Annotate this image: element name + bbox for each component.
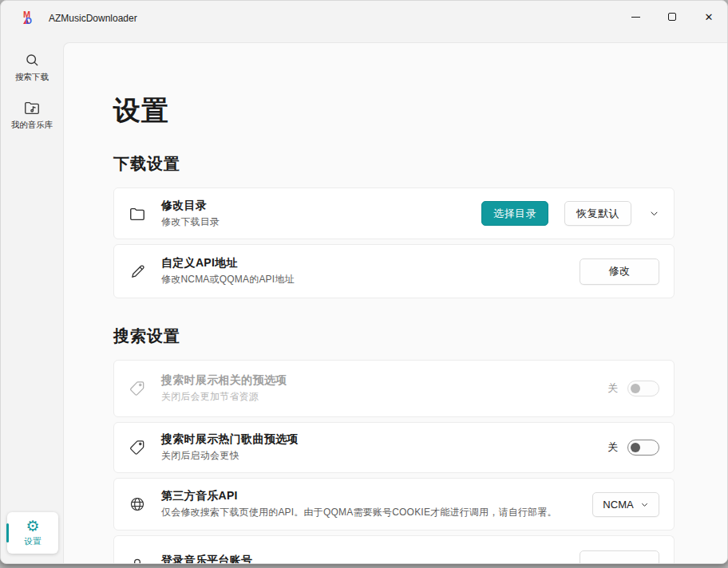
active-nav-indicator [6, 523, 9, 542]
maximize-icon [668, 13, 676, 21]
card-text: 修改目录 修改下载目录 [161, 199, 481, 229]
card-text: 第三方音乐API 仅会修改搜索下载页使用的API。由于QQMA需要账号COOKI… [161, 489, 592, 519]
card-text: 搜索时展示相关的预选项 关闭后会更加节省资源 [161, 373, 607, 404]
card-login-account: 登录音乐平台账号 [113, 535, 675, 563]
card-subtitle: 关闭后启动会更快 [161, 449, 607, 463]
chevron-down-icon [640, 500, 649, 509]
toggle-state-label: 关 [607, 440, 618, 455]
person-icon [128, 557, 147, 563]
card-title: 第三方音乐API [161, 489, 592, 503]
folder-icon [128, 205, 147, 223]
login-button-partial[interactable] [580, 550, 659, 563]
close-button[interactable]: ✕ [690, 1, 727, 33]
api-source-dropdown[interactable]: NCMA [592, 492, 659, 517]
card-title: 修改目录 [161, 199, 481, 213]
modify-button[interactable]: 修改 [580, 258, 659, 285]
card-title: 搜索时展示热门歌曲预选项 [161, 432, 607, 447]
app-title: AZMusicDownloader [49, 13, 137, 24]
sidebar-item-settings-active[interactable]: ⚙ 设置 [7, 512, 58, 554]
window-controls: ✕ [617, 1, 727, 36]
card-related-preselect: 搜索时展示相关的预选项 关闭后会更加节省资源 关 [113, 360, 675, 417]
expand-chevron-down-icon[interactable] [649, 208, 659, 219]
section-heading-search: 搜索设置 [113, 325, 675, 347]
card-text: 搜索时展示热门歌曲预选项 关闭后启动会更快 [161, 432, 607, 463]
minimize-icon [631, 17, 640, 18]
globe-icon [128, 495, 147, 513]
card-actions: 关 [607, 440, 659, 456]
minimize-button[interactable] [617, 1, 654, 33]
card-custom-api: 自定义API地址 修改NCMA或QQMA的API地址 修改 [113, 244, 675, 298]
card-hot-preselect: 搜索时展示热门歌曲预选项 关闭后启动会更快 关 [113, 422, 675, 473]
titlebar: M D AZMusicDownloader ✕ [1, 1, 727, 36]
toggle-knob [631, 443, 640, 452]
card-modify-directory: 修改目录 修改下载目录 选择目录 恢复默认 [113, 187, 675, 239]
choose-directory-button[interactable]: 选择目录 [481, 201, 548, 226]
app-window: M D AZMusicDownloader ✕ 搜索下载 我的音乐库 [0, 0, 728, 564]
card-subtitle: 关闭后会更加节省资源 [161, 390, 607, 404]
page-title: 设置 [113, 93, 675, 129]
card-text: 自定义API地址 修改NCMA或QQMA的API地址 [161, 256, 580, 286]
close-icon: ✕ [705, 12, 714, 22]
card-text: 登录音乐平台账号 [161, 554, 580, 563]
card-actions: 修改 [580, 258, 659, 285]
sidebar-item-label: 搜索下载 [15, 72, 49, 83]
restore-default-button[interactable]: 恢复默认 [564, 201, 631, 226]
sidebar-item-label: 设置 [25, 536, 42, 547]
pencil-icon [128, 263, 147, 280]
toggle-state-label: 关 [607, 381, 618, 396]
sidebar-item-music-library[interactable]: 我的音乐库 [1, 99, 63, 131]
card-title: 搜索时展示相关的预选项 [161, 373, 607, 388]
toggle-knob [631, 384, 640, 393]
related-preselect-toggle [627, 381, 659, 396]
card-title: 自定义API地址 [161, 256, 580, 270]
card-third-party-api: 第三方音乐API 仅会修改搜索下载页使用的API。由于QQMA需要账号COOKI… [113, 478, 675, 531]
hot-preselect-toggle[interactable] [627, 440, 659, 456]
tag-icon [128, 380, 147, 397]
card-actions: 关 [607, 381, 659, 396]
card-subtitle: 修改NCMA或QQMA的API地址 [161, 273, 580, 286]
music-library-icon [23, 99, 41, 116]
dropdown-value: NCMA [603, 499, 633, 511]
card-subtitle: 仅会修改搜索下载页使用的API。由于QQMA需要账号COOKIE才能进行调用，请… [161, 506, 592, 519]
logo-letter-d: D [26, 17, 32, 25]
card-subtitle: 修改下载目录 [161, 215, 481, 229]
app-logo-icon: M D [23, 10, 39, 26]
tag-icon [128, 439, 147, 456]
card-actions: NCMA [592, 492, 659, 517]
card-actions: 选择目录 恢复默认 [481, 201, 659, 226]
maximize-button[interactable] [654, 1, 690, 33]
card-title: 登录音乐平台账号 [161, 554, 580, 563]
sidebar-item-label: 我的音乐库 [11, 120, 53, 131]
sidebar-item-search-download[interactable]: 搜索下载 [1, 52, 63, 83]
gear-icon: ⚙ [26, 519, 39, 534]
settings-page: 设置 下载设置 修改目录 修改下载目录 选择目录 恢复默认 [63, 42, 727, 563]
card-actions [580, 550, 659, 563]
section-heading-download: 下载设置 [113, 153, 675, 175]
search-icon [24, 52, 41, 69]
nav-rail: 搜索下载 我的音乐库 ⚙ 设置 [1, 36, 63, 563]
